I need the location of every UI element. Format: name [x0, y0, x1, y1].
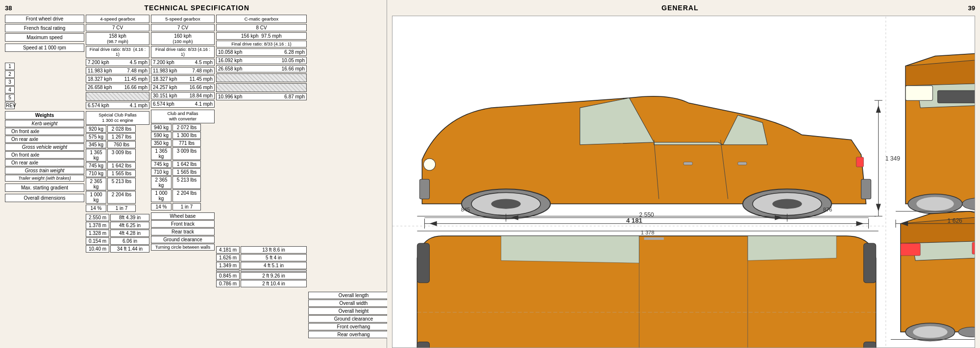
cpc-w1: 590 kg 1 300 lbs — [151, 132, 215, 139]
4speed-fiscal: 7 CV — [86, 24, 149, 31]
gear-5-label: 5 — [5, 94, 15, 101]
cmatic-gear3: 26.658 kph16.66 mph — [216, 65, 307, 72]
5speed-gear5: 30.151 kph18.84 mph — [151, 92, 215, 99]
gross-vehicle-weight-label: Gross vehicle weight — [5, 143, 84, 151]
cpc-w0: 940 kg 2 072 lbs — [151, 124, 215, 131]
trailer-weight-label: Trailer weight (with brakes) — [5, 175, 84, 182]
section-5speed: 5-speed gearbox 7 CV 160 kph (100 mph) F… — [151, 15, 215, 341]
scp-w0: 920 kg 2 028 lbs — [86, 125, 149, 133]
car-diagram-svg: 4 181 2 550 845 876 — [392, 16, 975, 348]
scp-gradient: 14 % 1 in 7 — [86, 205, 149, 212]
dim-right-section: 4.181 m 13 ft 8.6 in 1.626 m 5 ft 4 in 1… — [216, 246, 307, 287]
scp-w1: 575 kg 1 267 lbs — [86, 133, 149, 140]
5speed-gear2: 11.983 kph7.48 mph — [151, 67, 215, 74]
max-speed-label: Maximum speed — [5, 33, 84, 42]
dim-right-3-hatch — [216, 270, 307, 272]
svg-point-14 — [423, 159, 435, 170]
rear-view-car — [891, 211, 975, 341]
cpc-w3: 1 365 kg 3 009 lbs — [151, 147, 215, 160]
section-cmatic: C-matic gearbox 8 CV 156 kph 97.5 mph Fi… — [216, 15, 307, 341]
left-header: 38 TECHNICAL SPECIFICATION — [5, 4, 382, 12]
cpc-gradient: 14 % 1 in 7 — [151, 203, 215, 210]
dim-right-5: 0.786 m 2 ft 10.4 in — [216, 280, 307, 287]
svg-point-5 — [491, 199, 520, 209]
weights-section: Weights Kerb weight On front axle On rea… — [5, 111, 84, 182]
svg-rect-29 — [863, 342, 876, 347]
section-4speed: 4-speed gearbox 7 CV 158 kph (98.7 mph) … — [86, 15, 149, 341]
on-rear-axle2-label: On rear axle — [5, 159, 84, 166]
dim-right-2: 1.349 m 4 ft 5.1 in — [216, 262, 307, 269]
5speed-maxspeed: 160 kph (100 mph) — [151, 32, 215, 45]
svg-text:845: 845 — [461, 207, 470, 212]
svg-rect-27 — [417, 342, 429, 347]
cmatic-rev: 10.996 kph6.87 mph — [216, 93, 307, 100]
scp-w7: 1 000 kg 2 204 lbs — [86, 191, 149, 204]
svg-text:1 626: 1 626 — [948, 217, 963, 224]
scp-w4: 745 kg 1 642 lbs — [86, 162, 149, 169]
5speed-rev: 6.574 kph4.1 mph — [151, 100, 215, 108]
dim-center-labels: Wheel base Front track Rear track Ground… — [151, 212, 215, 251]
left-content: Front wheel drive French fiscal rating M… — [5, 15, 382, 341]
5speed-gear1: 7.200 kph4.5 mph — [151, 59, 215, 66]
cmatic-gear2: 16.092 kph10.05 mph — [216, 57, 307, 64]
dim-right-0: 4.181 m 13 ft 8.6 in — [216, 246, 307, 254]
gear-4-label: 4 — [5, 86, 15, 93]
svg-rect-30 — [644, 237, 663, 240]
right-header: GENERAL 39 — [392, 4, 975, 12]
4speed-gear5-hatch — [86, 92, 149, 101]
overall-dim-section: Overall dimensions — [5, 194, 84, 202]
gross-train-weight-label: Gross train weight — [5, 167, 84, 174]
4speed-rev: 6.574 kph4.1 mph — [86, 102, 149, 109]
gear-rev-label: REV — [5, 102, 15, 109]
dim-row-3: 0.154 m 6.06 in — [86, 237, 149, 245]
dim-row-4: 10.40 m 34 ft 1.44 in — [86, 245, 149, 253]
gear-2-label: 2 — [5, 70, 15, 78]
svg-point-17 — [916, 197, 954, 210]
cpc-w7: 1 000 kg 2 204 lbs — [151, 189, 215, 202]
svg-rect-12 — [684, 162, 692, 165]
svg-point-33 — [913, 326, 947, 338]
dim-row-2: 1.328 m 4ft 4.28 in — [86, 230, 149, 237]
dim-right-labels: Overall length Overall width Overall hei… — [308, 292, 399, 338]
svg-rect-36 — [972, 242, 975, 254]
5speed-gear3: 18.327 kph11.45 mph — [151, 75, 215, 83]
on-front-axle2-label: On front axle — [5, 151, 84, 159]
cmatic-gear5-hatch — [216, 83, 307, 92]
scp-w6: 2 365 kg 5 213 lbs — [86, 178, 149, 190]
dim-right-1: 1.626 m 5 ft 4 in — [216, 254, 307, 261]
dim-left-section: 2.550 m 8ft 4.39 in 1.378 m 4ft 6.25 in … — [86, 214, 149, 253]
cmatic-maxspeed: 156 kph 97.5 mph — [216, 32, 307, 40]
4speed-gear2: 11.983 kph7.48 mph — [86, 67, 149, 74]
cpc-w2: 350 kg 771 lbs — [151, 139, 215, 147]
cmatic-fiscal: 8 CV — [216, 24, 307, 31]
overall-dim-label: Overall dimensions — [5, 194, 84, 202]
on-front-axle-label: On front axle — [5, 128, 84, 135]
svg-text:1 378: 1 378 — [641, 230, 655, 235]
speed-at-1000-label: Speed at 1 000 rpm — [5, 44, 84, 52]
svg-rect-35 — [901, 243, 920, 255]
svg-rect-26 — [417, 243, 429, 283]
5speed-gear4: 24.257 kph16.66 mph — [151, 84, 215, 91]
french-fiscal-label: French fiscal rating — [5, 24, 84, 32]
section-dim-labels: Overall length Overall width Overall hei… — [308, 15, 399, 341]
right-page-number: 39 — [968, 4, 975, 12]
5speed-header: 5-speed gearbox — [151, 15, 215, 23]
scp-header: Spécial Club Pallas 1 300 cc engine — [86, 111, 149, 125]
svg-rect-28 — [863, 243, 876, 283]
4speed-final-drive: Final drive ratio: 8/33 (4.16 : 1) — [86, 46, 149, 58]
cpc-header: Club and Pallas with converter — [151, 110, 215, 123]
left-page-title: TECHNICAL SPECIFICATION — [12, 4, 382, 12]
dim-right-4: 0.845 m 2 ft 9.26 in — [216, 272, 307, 279]
svg-text:1 349: 1 349 — [885, 155, 901, 162]
right-page-title: GENERAL — [392, 4, 968, 12]
scp-w3: 1 365 kg 3 009 lbs — [86, 149, 149, 162]
car-diagram-container: 4 181 2 550 845 876 — [392, 16, 975, 348]
gear-3-label: 3 — [5, 78, 15, 86]
max-starting-section: Max. starting gradient — [5, 184, 84, 192]
svg-text:2 550: 2 550 — [639, 211, 654, 218]
section-labels: Front wheel drive French fiscal rating M… — [5, 15, 84, 341]
gear-1-label: 1 — [5, 63, 15, 70]
dim-row-0: 2.550 m 8ft 4.39 in — [86, 214, 149, 221]
4speed-maxspeed: 158 kph (98.7 mph) — [86, 32, 149, 45]
svg-rect-10 — [419, 179, 429, 199]
